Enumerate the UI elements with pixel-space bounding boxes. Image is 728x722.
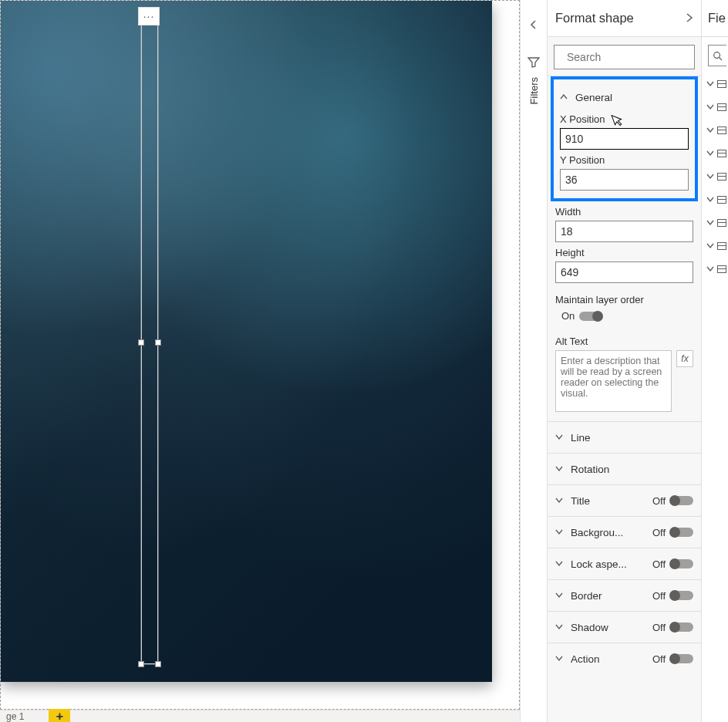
chevron-down-icon bbox=[706, 220, 714, 226]
filters-pane-label: Filters bbox=[528, 77, 540, 104]
fields-pane: Fie bbox=[702, 0, 728, 722]
chevron-down-icon bbox=[706, 174, 714, 180]
section-toggle-state: Off bbox=[652, 590, 666, 602]
field-table-item[interactable] bbox=[702, 73, 728, 96]
resize-handle-left[interactable] bbox=[138, 339, 144, 346]
field-table-item[interactable] bbox=[702, 234, 728, 258]
svg-point-2 bbox=[714, 52, 720, 58]
height-label: Height bbox=[555, 247, 693, 258]
shape-more-options-button[interactable]: ··· bbox=[138, 7, 160, 25]
chevron-down-icon bbox=[555, 464, 566, 474]
section-toggle[interactable] bbox=[670, 528, 693, 537]
section-toggle-state: Off bbox=[652, 622, 666, 633]
format-search-box[interactable] bbox=[554, 45, 695, 69]
filter-icon bbox=[521, 57, 547, 71]
section-header-action[interactable]: ActionOff bbox=[548, 643, 701, 674]
alt-text-fx-button[interactable]: fx bbox=[676, 350, 693, 367]
section-label: Line bbox=[571, 432, 693, 444]
maintain-layer-order-toggle[interactable] bbox=[579, 312, 602, 321]
alt-text-input[interactable] bbox=[555, 350, 672, 412]
chevron-down-icon bbox=[555, 558, 566, 569]
section-label: Border bbox=[571, 590, 652, 602]
resize-handle-right[interactable] bbox=[155, 339, 161, 346]
section-title: TitleOff bbox=[548, 484, 701, 516]
format-shape-pane: Format shape General X Position Y Positi… bbox=[548, 0, 702, 722]
table-icon bbox=[717, 150, 726, 157]
field-table-item[interactable] bbox=[702, 165, 728, 188]
section-toggle-state: Off bbox=[652, 495, 666, 507]
section-header-border[interactable]: BorderOff bbox=[548, 580, 701, 611]
table-icon bbox=[717, 103, 726, 111]
field-table-item[interactable] bbox=[702, 119, 728, 142]
chevron-right-icon bbox=[686, 13, 693, 22]
section-shadow: ShadowOff bbox=[548, 611, 701, 643]
format-pane-title: Format shape bbox=[555, 11, 634, 25]
format-pane-collapse-button[interactable] bbox=[686, 12, 693, 25]
section-toggle[interactable] bbox=[670, 591, 693, 600]
section-toggle[interactable] bbox=[670, 622, 693, 632]
table-icon bbox=[717, 242, 726, 250]
section-header-shadow[interactable]: ShadowOff bbox=[548, 612, 701, 643]
fields-search-box[interactable] bbox=[708, 45, 726, 66]
width-input[interactable] bbox=[555, 221, 693, 242]
field-table-item[interactable] bbox=[702, 258, 728, 281]
section-general-header[interactable]: General bbox=[560, 86, 689, 109]
chevron-down-icon bbox=[555, 622, 566, 633]
section-toggle-state: Off bbox=[652, 527, 666, 538]
chevron-down-icon bbox=[555, 495, 566, 506]
field-table-item[interactable] bbox=[702, 211, 728, 234]
chevron-down-icon bbox=[706, 266, 714, 272]
chevron-left-icon bbox=[529, 20, 538, 29]
field-table-item[interactable] bbox=[702, 188, 728, 211]
fields-pane-title: Fie bbox=[702, 0, 728, 37]
section-backgrou-: Backgrou...Off bbox=[548, 516, 701, 548]
section-header-title[interactable]: TitleOff bbox=[548, 485, 701, 516]
filters-expand-button[interactable] bbox=[521, 15, 547, 34]
y-position-input[interactable] bbox=[560, 169, 689, 191]
section-general-label: General bbox=[575, 92, 612, 103]
report-canvas[interactable]: ··· bbox=[0, 0, 520, 710]
chevron-down-icon bbox=[706, 127, 714, 133]
page-tab-strip: ge 1 + bbox=[0, 710, 520, 722]
section-lock-aspe-: Lock aspe...Off bbox=[548, 548, 701, 579]
section-header-line[interactable]: Line bbox=[548, 422, 701, 453]
section-label: Shadow bbox=[571, 622, 652, 633]
selected-shape[interactable] bbox=[141, 20, 158, 664]
format-search-input[interactable] bbox=[567, 51, 702, 63]
add-page-button[interactable]: + bbox=[49, 709, 70, 723]
table-icon bbox=[717, 127, 726, 134]
x-position-input[interactable] bbox=[560, 128, 689, 150]
page-tab-1[interactable]: ge 1 bbox=[2, 710, 29, 723]
table-icon bbox=[717, 173, 726, 180]
section-toggle[interactable] bbox=[670, 654, 693, 663]
section-action: ActionOff bbox=[548, 643, 701, 674]
format-search-row bbox=[548, 37, 701, 76]
search-icon bbox=[713, 51, 723, 61]
chevron-down-icon bbox=[555, 590, 566, 601]
section-toggle[interactable] bbox=[670, 496, 693, 505]
background-texture bbox=[1, 1, 492, 682]
section-toggle[interactable] bbox=[670, 559, 693, 568]
section-header-lock-aspe-[interactable]: Lock aspe...Off bbox=[548, 548, 701, 579]
section-label: Backgrou... bbox=[571, 527, 652, 538]
format-pane-header: Format shape bbox=[548, 0, 701, 37]
field-table-item[interactable] bbox=[702, 142, 728, 165]
y-position-label: Y Position bbox=[560, 154, 689, 166]
chevron-down-icon bbox=[706, 197, 714, 203]
section-toggle-state: Off bbox=[652, 653, 666, 665]
section-header-rotation[interactable]: Rotation bbox=[548, 454, 701, 484]
dashboard-background bbox=[1, 1, 492, 682]
resize-handle-bottom-right[interactable] bbox=[155, 661, 161, 667]
fields-search-row bbox=[702, 37, 728, 73]
chevron-down-icon bbox=[555, 653, 566, 664]
section-label: Action bbox=[571, 653, 652, 665]
resize-handle-bottom-left[interactable] bbox=[138, 661, 144, 667]
table-icon bbox=[717, 80, 726, 88]
chevron-down-icon bbox=[706, 81, 714, 87]
chevron-down-icon bbox=[555, 527, 566, 538]
alt-text-label: Alt Text bbox=[555, 336, 693, 347]
section-header-backgrou-[interactable]: Backgrou...Off bbox=[548, 517, 701, 548]
table-icon bbox=[717, 265, 726, 273]
height-input[interactable] bbox=[555, 261, 693, 283]
field-table-item[interactable] bbox=[702, 96, 728, 119]
